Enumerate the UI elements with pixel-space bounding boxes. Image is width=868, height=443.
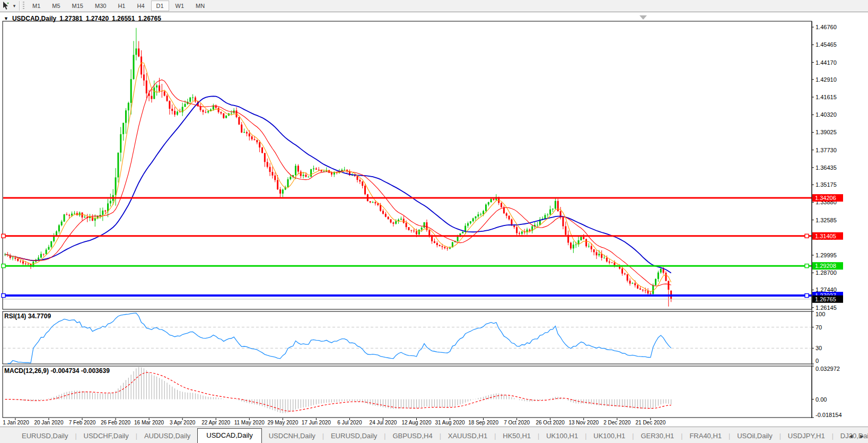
timeframe-button-d1[interactable]: D1 xyxy=(151,1,169,11)
chart-collapse-icon[interactable]: ▼ xyxy=(4,16,8,21)
svg-text:1.45465: 1.45465 xyxy=(816,41,837,48)
svg-text:7 Oct 2020: 7 Oct 2020 xyxy=(504,420,530,425)
svg-text:12 Aug 2020: 12 Aug 2020 xyxy=(401,420,432,425)
hline-handle[interactable] xyxy=(805,264,809,268)
svg-text:24 Jul 2020: 24 Jul 2020 xyxy=(370,420,397,425)
svg-text:1.26145: 1.26145 xyxy=(816,305,837,311)
svg-text:26 Oct 2020: 26 Oct 2020 xyxy=(536,420,565,425)
svg-text:-0.018154: -0.018154 xyxy=(816,412,842,418)
tab-xauusd-h1[interactable]: XAUUSD,H1 xyxy=(441,429,494,443)
tab-hk50-h1[interactable]: HK50,H1 xyxy=(496,429,538,443)
svg-text:1.35175: 1.35175 xyxy=(816,181,837,188)
svg-text:20 Jan 2020: 20 Jan 2020 xyxy=(34,420,63,425)
timeframe-button-w1[interactable]: W1 xyxy=(170,1,190,11)
ohlc-close: 1.26765 xyxy=(138,15,161,22)
hline-handle[interactable] xyxy=(2,234,5,238)
date-axis-labels: 1 Jan 202020 Jan 20207 Feb 202026 Feb 20… xyxy=(3,418,665,425)
tab-audusd-daily[interactable]: AUDUSD,Daily xyxy=(137,429,197,443)
svg-text:0.00: 0.00 xyxy=(816,396,827,403)
tab-ger30-h1[interactable]: GER30,H1 xyxy=(634,429,681,443)
svg-text:1.39025: 1.39025 xyxy=(816,129,837,135)
price-badge-1.34206: 1.34206 xyxy=(812,194,843,202)
svg-text:30: 30 xyxy=(816,345,822,351)
svg-text:1.31405: 1.31405 xyxy=(815,233,836,239)
tab-eurusd-daily[interactable]: EURUSD,Daily xyxy=(15,429,75,443)
bid-price-badge: 1.26765 xyxy=(812,296,843,303)
timeframe-button-m15[interactable]: M15 xyxy=(67,1,89,11)
svg-text:22 Apr 2020: 22 Apr 2020 xyxy=(201,420,230,425)
svg-text:1.40320: 1.40320 xyxy=(816,111,837,118)
timeframe-button-h4[interactable]: H4 xyxy=(131,1,150,11)
tab-usdcnh-daily[interactable]: USDCNH,Daily xyxy=(262,429,322,443)
svg-text:1.41615: 1.41615 xyxy=(816,94,837,100)
tab-usoil-daily[interactable]: USOil,Daily xyxy=(730,429,779,443)
svg-text:1.32585: 1.32585 xyxy=(816,217,837,223)
timeframe-toolbar: M1M5M15M30H1H4D1W1MN xyxy=(27,0,211,12)
svg-text:26 Feb 2020: 26 Feb 2020 xyxy=(101,420,131,425)
svg-text:17 Jun 2020: 17 Jun 2020 xyxy=(302,420,331,425)
price-axis-labels: 1.467601.454651.441701.429101.416151.403… xyxy=(812,24,842,418)
timeframe-button-mn[interactable]: MN xyxy=(190,1,210,11)
chart-window: 1.467601.454651.441701.429101.416151.403… xyxy=(0,12,868,427)
chart-shift-marker-icon[interactable] xyxy=(639,15,647,20)
svg-text:11 May 2020: 11 May 2020 xyxy=(234,420,265,425)
svg-text:1.46760: 1.46760 xyxy=(816,24,837,30)
toolbar-grip-handle[interactable] xyxy=(23,2,24,10)
chart-tabs: EURUSD,Daily|USDCHF,Daily|AUDUSD,DailyUS… xyxy=(0,427,868,443)
ohlc-low: 1.26551 xyxy=(112,15,135,22)
price-badge-1.31405: 1.31405 xyxy=(812,232,843,240)
rsi-indicator-label: RSI(14) 34.7709 xyxy=(4,312,51,320)
ohlc-open: 1.27381 xyxy=(59,15,82,22)
svg-text:3 Apr 2020: 3 Apr 2020 xyxy=(170,420,196,425)
hline-handle[interactable] xyxy=(2,294,5,298)
hline-handle[interactable] xyxy=(2,264,5,268)
timeframe-button-m1[interactable]: M1 xyxy=(27,1,46,11)
timeframe-button-m5[interactable]: M5 xyxy=(47,1,65,11)
chart-symbol-period: USDCAD,Daily xyxy=(12,15,56,22)
ohlc-high: 1.27420 xyxy=(86,15,109,22)
svg-text:100: 100 xyxy=(816,311,825,317)
cursor-tool-icon[interactable] xyxy=(1,1,11,11)
toolbar-separator xyxy=(19,1,20,11)
tab-eurusd-daily[interactable]: EURUSD,Daily xyxy=(324,429,384,443)
hline-handle[interactable] xyxy=(805,234,809,238)
tab-scroll-right-icon[interactable]: ► xyxy=(859,433,865,439)
svg-text:16 Mar 2020: 16 Mar 2020 xyxy=(134,420,164,425)
tab-usdcad-daily[interactable]: USDCAD,Daily xyxy=(197,428,261,443)
svg-text:31 Aug 2020: 31 Aug 2020 xyxy=(435,420,465,425)
top-toolbar: ▾ M1M5M15M30H1H4D1W1MN xyxy=(0,0,868,12)
svg-text:0.032972: 0.032972 xyxy=(816,366,840,372)
tab-uk100-h1[interactable]: UK100,H1 xyxy=(586,429,632,443)
svg-text:1.37730: 1.37730 xyxy=(816,147,837,153)
timeframe-button-m30[interactable]: M30 xyxy=(90,1,111,11)
svg-text:1.29995: 1.29995 xyxy=(816,252,837,258)
tab-gbpusd-h4[interactable]: GBPUSD,H4 xyxy=(385,429,439,443)
price-badge-1.29208: 1.29208 xyxy=(812,262,843,270)
tab-fra40-h1[interactable]: FRA40,H1 xyxy=(682,429,729,443)
chart-tab-bar: EURUSD,Daily|USDCHF,Daily|AUDUSD,DailyUS… xyxy=(0,427,868,443)
svg-text:1.29208: 1.29208 xyxy=(815,263,836,269)
svg-text:70: 70 xyxy=(816,324,822,331)
tab-uk100-h1[interactable]: UK100,H1 xyxy=(539,429,585,443)
tab-scroll-buttons: ◄ ► xyxy=(848,433,865,439)
macd-name: MACD(12,26,9) xyxy=(4,367,49,375)
svg-text:1.34206: 1.34206 xyxy=(815,195,836,201)
macd-main-value: -0.004734 xyxy=(50,367,79,375)
tab-scroll-left-icon[interactable]: ◄ xyxy=(848,433,854,439)
timeframe-button-h1[interactable]: H1 xyxy=(112,1,130,11)
rsi-name: RSI(14) xyxy=(4,312,26,320)
macd-indicator-label: MACD(12,26,9) -0.004734 -0.003639 xyxy=(4,367,110,375)
svg-text:1 Jan 2020: 1 Jan 2020 xyxy=(3,420,29,425)
hline-handle[interactable] xyxy=(805,294,809,298)
rsi-value: 34.7709 xyxy=(28,312,51,320)
tab-usdchf-daily[interactable]: USDCHF,Daily xyxy=(77,429,136,443)
svg-text:21 Dec 2020: 21 Dec 2020 xyxy=(635,420,665,425)
macd-signal-value: -0.003639 xyxy=(81,367,110,375)
svg-text:2 Dec 2020: 2 Dec 2020 xyxy=(603,420,631,425)
svg-text:7 Feb 2020: 7 Feb 2020 xyxy=(69,420,96,425)
chart-canvas[interactable]: 1.467601.454651.441701.429101.416151.403… xyxy=(0,12,868,427)
tab-usdjpy-h1[interactable]: USDJPY,H1 xyxy=(781,429,832,443)
svg-text:1.42910: 1.42910 xyxy=(816,76,837,83)
tool-dropdown-caret-icon[interactable]: ▾ xyxy=(11,3,17,8)
svg-text:1.28700: 1.28700 xyxy=(816,270,837,276)
